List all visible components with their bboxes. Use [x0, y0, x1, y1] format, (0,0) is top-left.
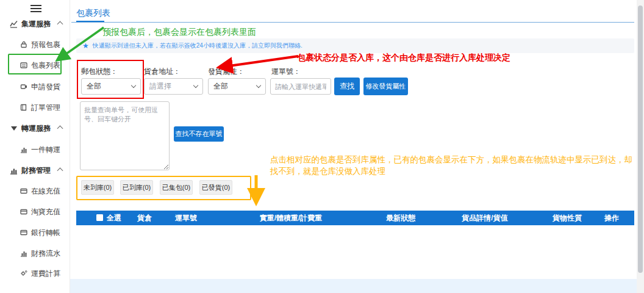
filter-label-shipping-attribute: 發貨屬性： [208, 67, 245, 77]
parcel-status-select[interactable]: 全部 [81, 78, 141, 95]
sidebar-item-bank-transfer[interactable]: 銀行轉帳 [0, 227, 70, 238]
notice-text: 快遞顯示到達但未入庫，若在顯示簽收24小時後還沒入庫，請立即與我們聯絡. [93, 42, 302, 50]
select-value: 全部 [213, 81, 254, 92]
annotation-orange-text: 点击相对应的包裹是否到库属性，已有的包裹会显示在下方，如果包裹在物流轨迹中显示已… [270, 154, 639, 177]
bar-chart-icon [20, 250, 27, 258]
column-tracking-number: 運單號 [175, 211, 197, 225]
hamburger-menu-icon[interactable] [30, 5, 41, 13]
triangle-down-icon [10, 125, 18, 132]
sidebar-item-request-shipping[interactable]: 申請發貨 [0, 81, 70, 92]
sidebar-item-forecast-package[interactable]: 預報包裹 [0, 39, 70, 50]
bar-chart-icon [20, 146, 27, 154]
select-all-checkbox[interactable] [96, 214, 103, 221]
status-tab-arrived[interactable]: 已到庫(0) [120, 180, 153, 195]
status-tab-packed[interactable]: 已集包(0) [160, 180, 193, 195]
send-icon [20, 83, 27, 91]
select-value: 請選擇 [149, 81, 191, 92]
warehouse-address-select[interactable]: 請選擇 [144, 78, 203, 95]
card-icon [20, 187, 27, 195]
sidebar-item-label: 運費計算 [31, 269, 60, 279]
sidebar-item-order-management[interactable]: 訂單管理 [0, 102, 70, 113]
filter-label-tracking-number: 運單號： [271, 67, 301, 77]
annotation-green-text: 预报包裹后，包裹会显示在包裹列表里面 [102, 27, 256, 38]
star-icon: ★ [82, 42, 89, 50]
scrollbar-thumb[interactable] [638, 5, 643, 273]
sidebar-item-label: 在線充值 [31, 186, 60, 197]
sidebar-group-label: 財務管理 [21, 165, 51, 176]
batch-query-textarea[interactable] [80, 101, 170, 170]
tab-divider [71, 22, 634, 23]
shipping-attribute-select[interactable]: 全部 [208, 78, 266, 95]
chevron-up-icon [57, 126, 63, 132]
book-icon [20, 104, 27, 112]
card-icon [20, 208, 27, 216]
sidebar: 集運服務 預報包裹 包裹列表 申請發貨 訂單管理 [0, 0, 70, 293]
sidebar-item-label: 申請發貨 [31, 82, 60, 92]
sidebar-item-package-list[interactable]: 包裹列表 [0, 60, 70, 71]
sidebar-group-consolidation[interactable]: 集運服務 [0, 18, 70, 29]
sidebar-item-shipping-calculator[interactable]: 運費計算 [0, 268, 70, 279]
red-arrow [221, 56, 298, 67]
sidebar-item-label: 銀行轉帳 [31, 228, 60, 238]
column-warehouse: 貨倉 [137, 211, 152, 225]
column-actions: 操作 [604, 211, 619, 225]
column-goods-detail-value: 貨品詳情/貨值 [462, 211, 507, 225]
sidebar-item-taobao-topup[interactable]: 淘寶充值 [0, 206, 70, 217]
sidebar-item-label: 一件轉運 [31, 145, 60, 155]
column-weight: 實重/體積重/計費重 [260, 211, 323, 225]
table-header: 全選 貨倉 運單號 實重/體積重/計費重 最新狀態 貨品詳情/貨值 貨物性質 操… [76, 211, 634, 225]
select-value: 全部 [87, 81, 129, 92]
chevron-up-icon [57, 168, 63, 174]
chevron-down-icon [256, 83, 261, 88]
sidebar-group-transfer[interactable]: 轉運服務 [0, 123, 70, 134]
sidebar-item-label: 淘寶充值 [31, 207, 60, 217]
column-goods-nature: 貨物性質 [553, 211, 582, 225]
lock-icon [20, 41, 27, 49]
sidebar-item-online-topup[interactable]: 在線充值 [0, 186, 70, 197]
chevron-down-icon [193, 83, 198, 88]
filter-label-warehouse-address: 貨倉地址： [144, 67, 181, 77]
sidebar-item-single-transfer[interactable]: 一件轉運 [0, 144, 70, 155]
sidebar-item-finance-records[interactable]: 財務流水 [0, 248, 70, 259]
find-missing-numbers-button[interactable]: 查找不存在單號 [174, 126, 224, 142]
modify-shipping-attribute-button[interactable]: 修改發貨屬性 [363, 78, 408, 95]
chevron-down-icon [131, 83, 136, 88]
sidebar-group-label: 集運服務 [21, 19, 51, 29]
list-icon [20, 62, 27, 70]
chevron-up-icon [57, 21, 63, 27]
annotation-red-text: 包裹状态分是否入库，这个由仓库是否进行入库处理决定 [297, 52, 510, 63]
bar-chart-icon [10, 167, 18, 175]
sidebar-item-label: 財務流水 [31, 248, 60, 259]
sidebar-group-finance[interactable]: 財務管理 [0, 165, 70, 176]
column-select-all: 全選 [107, 211, 121, 225]
notice-bar: ★ 快遞顯示到達但未入庫，若在顯示簽收24小時後還沒入庫，請立即與我們聯絡. [76, 38, 634, 53]
gear-icon [20, 270, 27, 278]
package-list-page: 集運服務 預報包裹 包裹列表 申請發貨 訂單管理 [0, 0, 644, 293]
column-latest-status: 最新狀態 [386, 211, 415, 225]
line-chart-icon [10, 20, 18, 28]
sidebar-item-label: 預報包裹 [31, 40, 60, 50]
tracking-number-input[interactable] [270, 78, 331, 95]
status-tab-shipped[interactable]: 已發貨(0) [199, 180, 232, 195]
filter-label-parcel-status: 郵包狀態： [81, 67, 118, 77]
sidebar-item-label: 訂單管理 [31, 103, 60, 113]
sidebar-item-label: 包裹列表 [31, 60, 60, 71]
search-button[interactable]: 查找 [334, 78, 360, 95]
card-icon [20, 229, 27, 237]
sidebar-group-label: 轉運服務 [21, 123, 51, 134]
status-tab-not-arrived[interactable]: 未到庫(0) [81, 180, 114, 195]
tab-package-list[interactable]: 包裹列表 [76, 8, 110, 19]
footer-band [70, 279, 637, 293]
